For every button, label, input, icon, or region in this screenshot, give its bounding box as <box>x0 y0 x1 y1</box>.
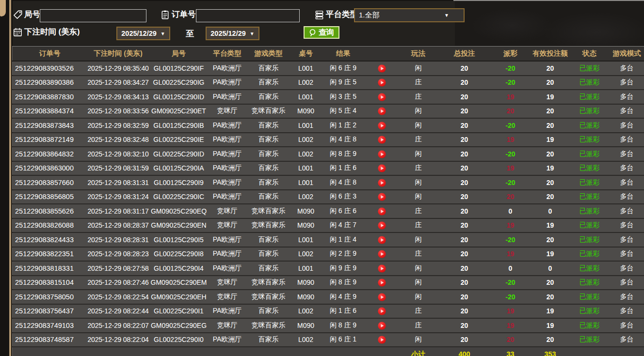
table-row: 2512290838648322025-12-29 08:32:10GL0022… <box>13 147 644 161</box>
cell-video[interactable] <box>366 290 399 304</box>
cell-result: 闲 4 庄 7 <box>321 218 366 233</box>
cell-valid_bet: 19 <box>531 318 570 333</box>
cell-mode: 多台 <box>609 133 644 147</box>
cell-round: GL00125C290IF <box>149 61 209 76</box>
cell-total_bet: 20 <box>438 76 491 90</box>
cell-video[interactable] <box>366 118 399 133</box>
table-row: 2512290837564372025-12-29 08:22:44GL0022… <box>13 304 644 319</box>
video-play-icon[interactable] <box>378 236 386 244</box>
cell-platform: PA欧洲厅 <box>209 147 246 161</box>
cell-status: 已派彩 <box>570 218 609 233</box>
platform-filter: 平台类型 <box>314 9 358 20</box>
order-label: 订单号 <box>172 9 196 20</box>
cell-platform: PA欧洲厅 <box>209 304 246 319</box>
date-to-select[interactable]: 2025/12/29 ▼ <box>206 27 259 40</box>
cell-game: 百家乐 <box>246 232 291 247</box>
cell-video[interactable] <box>366 333 399 347</box>
date-from-select[interactable]: 2025/12/29 ▼ <box>116 27 170 40</box>
cell-result: 闲 4 庄 8 <box>321 133 366 147</box>
cell-video[interactable] <box>366 61 399 76</box>
bet-time-label: 下注时间 (美东) <box>24 27 80 37</box>
video-play-icon[interactable] <box>378 136 386 144</box>
video-play-icon[interactable] <box>378 78 386 87</box>
video-play-icon[interactable] <box>378 336 386 344</box>
cell-platform: PA欧洲厅 <box>209 247 246 262</box>
video-play-icon[interactable] <box>378 207 386 216</box>
video-play-icon[interactable] <box>378 93 386 101</box>
cell-video[interactable] <box>366 204 399 218</box>
cell-video[interactable] <box>366 304 399 319</box>
cell-video[interactable] <box>366 161 399 176</box>
cell-video[interactable] <box>366 133 399 147</box>
cell-order: 251229083863000 <box>13 161 87 176</box>
video-play-icon[interactable] <box>378 307 386 315</box>
cell-valid_bet: 20 <box>531 147 570 161</box>
cell-video[interactable] <box>366 90 399 104</box>
cell-table_no: M090 <box>291 104 321 119</box>
video-play-icon[interactable] <box>378 322 386 330</box>
cell-valid_bet: 19 <box>531 161 570 176</box>
video-play-icon[interactable] <box>378 293 386 301</box>
cell-order: 251229083824433 <box>13 232 87 247</box>
cell-platform: PA欧洲厅 <box>209 333 246 347</box>
cell-round: GM09025C290EH <box>149 290 209 304</box>
video-play-icon[interactable] <box>378 179 386 187</box>
cell-video[interactable] <box>366 247 399 262</box>
table-row: 2512290839035262025-12-29 08:35:40GL0012… <box>13 61 644 76</box>
cell-game: 百家乐 <box>246 161 291 176</box>
cell-table_no: L002 <box>291 133 321 147</box>
cell-order: 251229083758050 <box>13 290 87 304</box>
cell-platform: PA欧洲厅 <box>209 90 246 104</box>
cell-table_no: L002 <box>291 304 321 319</box>
left-accent-line <box>9 0 11 356</box>
video-play-icon[interactable] <box>378 122 386 130</box>
cell-time: 2025-12-29 08:27:58 <box>87 261 149 276</box>
col-header-payout: 派彩 <box>491 46 531 62</box>
video-play-icon[interactable] <box>378 64 386 73</box>
cell-video[interactable] <box>366 261 399 276</box>
cell-video[interactable] <box>366 104 399 119</box>
cell-time: 2025-12-29 08:22:44 <box>87 304 149 319</box>
order-input[interactable] <box>196 9 300 22</box>
video-play-icon[interactable] <box>378 193 386 201</box>
platform-select[interactable]: 1.全部 ▼ <box>354 8 465 22</box>
round-input[interactable] <box>40 9 146 22</box>
cell-video[interactable] <box>366 232 399 247</box>
cell-video[interactable] <box>366 318 399 333</box>
video-play-icon[interactable] <box>378 250 386 258</box>
col-header-time: 下注时间 (美东) <box>87 46 149 62</box>
cell-video[interactable] <box>366 76 399 90</box>
cell-video[interactable] <box>366 147 399 161</box>
video-play-icon[interactable] <box>378 107 386 115</box>
video-play-icon[interactable] <box>378 264 386 273</box>
filter-bar: 局号 订单号 平台类型 1.全部 ▼ <box>13 1 644 46</box>
cell-total_bet: 20 <box>438 232 491 247</box>
video-play-icon[interactable] <box>378 279 386 287</box>
cell-mode: 多台 <box>609 190 644 204</box>
cell-order: 251229083872149 <box>13 133 87 147</box>
cell-game: 百家乐 <box>246 118 291 133</box>
video-play-icon[interactable] <box>378 150 386 158</box>
cell-video[interactable] <box>366 218 399 233</box>
cell-play: 闲 <box>399 190 438 204</box>
cell-platform: PA欧洲厅 <box>209 118 246 133</box>
cell-mode: 多台 <box>609 204 644 218</box>
cell-round: GM09025C290EQ <box>149 204 209 218</box>
col-header-game: 游戏类型 <box>246 46 291 62</box>
cell-total_bet: 20 <box>438 61 491 76</box>
cell-video[interactable] <box>366 175 399 190</box>
cell-play: 庄 <box>399 304 438 319</box>
cell-order: 251229083815104 <box>13 276 87 290</box>
cell-valid_bet: 0 <box>531 261 570 276</box>
cell-payout: 0 <box>491 204 531 218</box>
query-button[interactable]: 查询 <box>304 26 339 39</box>
cell-play: 闲 <box>399 175 438 190</box>
video-play-icon[interactable] <box>378 164 386 172</box>
cell-play: 闲 <box>399 118 438 133</box>
cell-video[interactable] <box>366 190 399 204</box>
cell-status: 已派彩 <box>570 261 609 276</box>
video-play-icon[interactable] <box>378 221 386 230</box>
cell-video[interactable] <box>366 276 399 290</box>
cell-total_bet: 20 <box>438 175 491 190</box>
cell-table_no: L001 <box>291 118 321 133</box>
